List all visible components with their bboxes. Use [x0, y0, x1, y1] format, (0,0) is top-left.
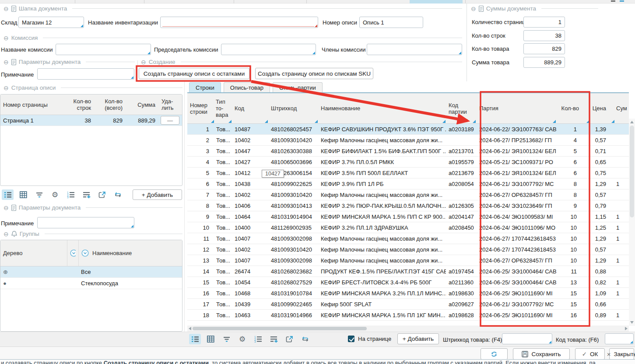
export-button[interactable] — [96, 189, 108, 200]
horizontal-scroll-thumb[interactable] — [193, 327, 367, 330]
filter-button[interactable] — [33, 189, 45, 200]
line-row[interactable]: 8 Тов... 10406 4810093010413 КЕФИР 3.2% … — [187, 200, 629, 211]
col-sum[interactable]: Сум — [615, 93, 629, 123]
tree-filter-button[interactable] — [67, 240, 78, 266]
ok-button[interactable]: ✓ОК — [575, 348, 605, 360]
line-row[interactable]: 7 Тов... 10402 4810093010420 Кефир Малоч… — [187, 189, 629, 200]
settings-gear-button[interactable]: ⚙ — [49, 189, 61, 200]
col-barcode[interactable]: Штрихкод — [268, 93, 318, 123]
tab[interactable]: Опись-товар — [224, 82, 270, 93]
collapse-icon[interactable]: ⊖ — [4, 231, 9, 237]
inventory-name-field[interactable] — [160, 17, 318, 28]
note2-field[interactable] — [37, 217, 134, 228]
collapse-icon[interactable]: ⊖ — [141, 59, 146, 65]
vertical-scrollbar[interactable] — [629, 119, 635, 326]
filter-button[interactable] — [221, 334, 232, 344]
col-item-type[interactable]: Тип то- вара — [214, 93, 232, 123]
col-name[interactable]: Наименование — [318, 93, 446, 123]
line-row[interactable]: 5 Тов... 10412 4810263006154 КЕФИР 3.5% … — [187, 168, 629, 178]
collapse-icon[interactable]: ⊖ — [4, 85, 9, 91]
numbered-list-button[interactable]: 123 — [65, 189, 77, 200]
view-list-button[interactable] — [2, 189, 14, 200]
line-row[interactable]: 16 Тов... 10468 4810319010784 КЕФИР МИНС… — [187, 288, 629, 299]
col-page-number[interactable]: Номер страницы — [0, 94, 62, 115]
group-row[interactable]: ⊕ Все — [0, 266, 182, 278]
sums-row-value[interactable]: 38 — [523, 30, 565, 41]
sums-row-value[interactable]: 889,29 — [523, 57, 565, 68]
group-row[interactable]: ● Стеклопосуда — [0, 278, 182, 289]
col-tree[interactable]: Дерево — [0, 240, 67, 266]
horizontal-scrollbar[interactable] — [187, 326, 629, 332]
barcode-input[interactable] — [502, 333, 552, 344]
opis-number-field[interactable]: Опись 1 — [359, 17, 423, 28]
view-grid-button[interactable] — [18, 189, 29, 200]
line-row[interactable]: 18 Тов... 10463 4810319014966 КЕФИР МИНС… — [187, 310, 629, 321]
note-field[interactable] — [37, 68, 134, 80]
collapse-icon[interactable]: ⊖ — [471, 6, 476, 12]
add-line-button[interactable]: + Добавить — [397, 333, 439, 344]
collapse-icon[interactable]: ⊖ — [4, 205, 9, 211]
close-button[interactable]: ×Закрыть — [609, 348, 634, 360]
vertical-scroll-thumb[interactable] — [630, 126, 634, 217]
scroll-right-icon[interactable] — [625, 327, 628, 330]
col-line-number[interactable]: Номер строки — [187, 93, 214, 123]
tab[interactable]: Строки — [189, 82, 221, 93]
view-list-button[interactable] — [189, 334, 201, 344]
refresh-button[interactable] — [481, 348, 508, 360]
reload-button[interactable] — [112, 189, 124, 200]
line-row[interactable]: 10 Тов... 10400 4811269002935 КЕФИР 3.2%… — [187, 222, 629, 233]
tab[interactable]: Опись-партии — [273, 82, 323, 93]
commission-name-field[interactable] — [56, 44, 151, 55]
col-lines-count[interactable]: Кол-во строк — [62, 94, 94, 115]
scroll-up-icon[interactable] — [630, 121, 634, 123]
view-grid-button[interactable] — [205, 334, 217, 344]
scroll-left-icon[interactable] — [189, 327, 191, 330]
commission-chair-field[interactable] — [221, 44, 316, 55]
warehouse-field[interactable]: Магазин 12 — [18, 17, 84, 28]
code-input[interactable] — [605, 333, 634, 344]
scroll-down-icon[interactable] — [630, 321, 634, 324]
on-page-checkbox[interactable] — [348, 336, 354, 342]
line-row[interactable]: 9 Тов... 10464 4810319014904 КЕФИР МИНСК… — [187, 211, 629, 222]
export-button[interactable] — [284, 334, 295, 344]
create-page-by-sku-button[interactable]: Создать страницу описи по спискам SKU — [255, 68, 373, 79]
numbered-list-button[interactable]: 123 — [252, 334, 264, 344]
col-code[interactable]: Код — [232, 93, 268, 123]
line-row[interactable]: 17 Тов... 10439 4810099022465 Кефир 500Г… — [187, 299, 629, 310]
line-row[interactable]: 14 Тов... 26474 4810268023682 ПРОДУКТ КЕ… — [187, 266, 629, 277]
col-price[interactable]: Цена — [590, 93, 615, 123]
col-batch-code[interactable]: Код партии — [446, 93, 476, 123]
line-row[interactable]: 3 Тов... 10447 4810263030388 КЕФИР БИФИЛ… — [187, 146, 629, 157]
line-row[interactable]: 12 Тов... 10402 4810093010420 Кефир Мало… — [187, 244, 629, 255]
line-row[interactable]: 6 Тов... 10438 4810099022625 КЕФИР 3.9% … — [187, 178, 629, 189]
col-qty[interactable]: Кол-во — [556, 93, 590, 123]
reload-button[interactable] — [299, 334, 311, 344]
line-row[interactable]: 15 Тов... 10454 4810268027529 КЕФИР БРЕС… — [187, 277, 629, 288]
pages-table-row[interactable]: Страница 1 38 829 889,29 — — [0, 115, 182, 126]
line-row[interactable]: 13 Тов... 10407 4810093002098 Кефир Мало… — [187, 255, 629, 266]
commission-members-field[interactable] — [367, 44, 462, 55]
settings-gear-button[interactable]: ⚙ — [236, 334, 248, 344]
add-page-button[interactable]: + Добавить — [133, 189, 182, 200]
create-page-with-rest-button[interactable]: Создать страницу описи с остатками — [139, 68, 249, 79]
col-total-count[interactable]: Кол-во (всего) — [94, 94, 125, 115]
sums-row-value[interactable]: 1 — [523, 17, 565, 28]
add-rows-button[interactable] — [268, 334, 280, 344]
tree-node-icon[interactable]: ⊕ — [0, 266, 67, 277]
col-group-name[interactable]: Наименование — [78, 240, 182, 266]
line-row[interactable]: 4 Тов... 10427 4810065003696 КЕФИР 3.7% … — [187, 157, 629, 168]
collapse-icon[interactable]: ⊖ — [4, 35, 9, 41]
active-top-tab[interactable] — [410, 0, 463, 4]
tree-node-icon[interactable]: ● — [0, 278, 67, 289]
col-sum[interactable]: Сумма — [125, 94, 158, 115]
line-row[interactable]: 11 Тов... 10407 4810093002098 Кефир Мало… — [187, 233, 629, 244]
sums-row-value[interactable]: 829 — [523, 43, 565, 54]
save-button[interactable]: Сохранить — [513, 348, 570, 360]
line-row[interactable]: 2 Тов... 10402 4810093010420 Кефир Малоч… — [187, 135, 629, 146]
delete-page-button[interactable]: — — [161, 116, 179, 125]
collapse-icon[interactable]: ⊖ — [4, 59, 9, 65]
collapse-icon[interactable]: ⊖ — [4, 6, 9, 12]
col-delete[interactable]: Уда- лить — [158, 94, 182, 115]
add-rows-button[interactable] — [81, 189, 92, 200]
col-batch[interactable]: Партия — [476, 93, 556, 123]
